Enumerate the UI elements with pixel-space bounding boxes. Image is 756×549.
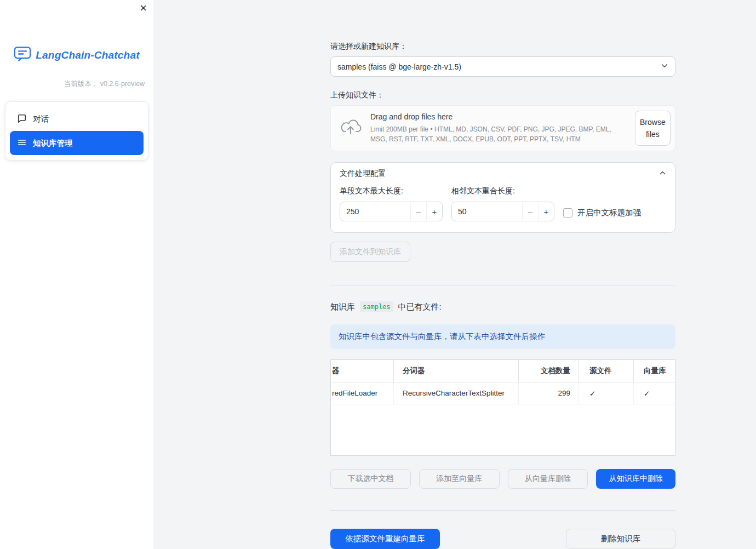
file-uploader-dropzone[interactable]: Drag and drop files here Limit 200MB per… [330,105,675,151]
overlap-increment-button[interactable]: + [538,202,554,221]
brand-name: LangChain-Chatchat [36,49,139,61]
zh-title-enhance-label: 开启中文标题加强 [577,208,641,218]
kb-selectbox-value: samples (faiss @ bge-large-zh-v1.5) [337,62,461,71]
sidebar-item-label: 对话 [33,114,49,124]
uploader-text: Drag and drop files here Limit 200MB per… [370,112,627,144]
zh-title-enhance-field: 开启中文标题加强 [563,185,666,221]
uploader-title: Drag and drop files here [370,112,627,121]
kb-name-code: samples [360,301,393,312]
brand-chat-icon [14,46,31,64]
file-config-title: 文件处理配置 [340,169,386,179]
overlap-decrement-button[interactable]: – [522,202,538,221]
main-content: 请选择或新建知识库： samples (faiss @ bge-large-zh… [330,0,675,549]
existing-files-prefix: 知识库 [330,302,355,312]
table-header-vector-store: 向量库 [634,360,675,382]
add-files-to-kb-button[interactable]: 添加文件到知识库 [330,242,410,262]
overlap-length-value[interactable]: 50 [452,202,522,221]
max-length-decrement-button[interactable]: – [410,202,426,221]
file-config-expander-header[interactable]: 文件处理配置 [331,163,675,183]
table-header-source-file: 源文件 [579,360,634,382]
sidebar-close-button[interactable]: × [140,2,147,14]
table-actions: 下载选中文档 添加至向量库 从向量库删除 从知识库中删除 [330,469,675,489]
overlap-length-input[interactable]: 50 – + [451,202,554,221]
browse-files-button[interactable]: Browse files [635,111,671,146]
table-header-loader-partial: 器 [331,360,394,382]
cell-vector-check: ✓ [634,382,675,404]
divider [330,510,675,511]
download-selected-button[interactable]: 下载选中文档 [330,469,411,489]
delete-from-vector-store-button[interactable]: 从向量库删除 [508,469,588,489]
max-length-input[interactable]: 250 – + [340,202,443,221]
add-to-vector-store-button[interactable]: 添加至向量库 [419,469,500,489]
info-banner: 知识库中包含源文件与向量库，请从下表中选择文件后操作 [330,324,675,349]
table-header-doc-count: 文档数量 [519,360,579,382]
files-table[interactable]: 器 分词器 文档数量 源文件 向量库 redFileLoader Recursi… [330,359,675,456]
overlap-length-field: 相邻文本重合长度: 50 – + [451,185,554,221]
table-row[interactable]: redFileLoader RecursiveCharacterTextSpli… [331,382,675,404]
sidebar-menu: 对话 知识库管理 [5,101,148,161]
sidebar: × LangChain-Chatchat 当前版本： v0.2.6-previe… [0,0,153,549]
delete-from-kb-button[interactable]: 从知识库中删除 [596,469,675,489]
existing-files-suffix: 中已有文件: [398,302,442,312]
upload-label: 上传知识文件： [330,90,675,100]
files-table-header: 器 分词器 文档数量 源文件 向量库 [331,360,675,382]
max-length-increment-button[interactable]: + [426,202,442,221]
kb-management-actions: 依据源文件重建向量库 删除知识库 [330,529,675,549]
file-config-expander: 文件处理配置 单段文本最大长度: 250 – + 相邻文本重合长度: 50 [330,162,675,233]
cloud-upload-icon [339,118,362,138]
uploader-limit-text: Limit 200MB per file • HTML, MD, JSON, C… [370,124,627,144]
cell-splitter: RecursiveCharacterTextSplitter [394,382,519,404]
list-icon [17,138,27,149]
cell-source-check: ✓ [579,382,634,404]
version-label: 当前版本： v0.2.6-preview [0,79,153,89]
existing-files-heading: 知识库 samples 中已有文件: [330,301,675,312]
rebuild-vector-store-button[interactable]: 依据源文件重建向量库 [330,529,440,549]
delete-kb-button[interactable]: 删除知识库 [566,529,675,549]
brand-logo: LangChain-Chatchat [0,46,153,64]
sidebar-item-knowledge-base[interactable]: 知识库管理 [10,131,144,155]
file-config-body: 单段文本最大长度: 250 – + 相邻文本重合长度: 50 – + 开启中文标… [331,183,675,232]
kb-select-label: 请选择或新建知识库： [330,42,675,52]
cell-doc-count: 299 [519,382,579,404]
sidebar-item-label: 知识库管理 [33,138,73,148]
chevron-up-icon [659,169,666,178]
chevron-down-icon [661,62,668,71]
max-length-label: 单段文本最大长度: [340,186,443,196]
table-header-splitter: 分词器 [394,360,519,382]
divider [330,285,675,285]
cell-loader: redFileLoader [331,382,394,404]
sidebar-item-dialogue[interactable]: 对话 [10,107,144,131]
overlap-length-label: 相邻文本重合长度: [451,186,554,196]
max-length-field: 单段文本最大长度: 250 – + [340,185,443,221]
chat-bubble-icon [17,113,27,125]
max-length-value[interactable]: 250 [340,202,410,221]
zh-title-enhance-checkbox[interactable] [563,208,572,218]
kb-selectbox[interactable]: samples (faiss @ bge-large-zh-v1.5) [330,56,675,77]
